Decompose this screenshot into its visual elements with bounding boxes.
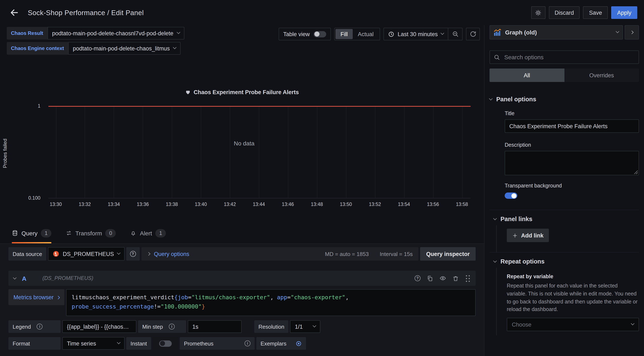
swap-arrows-icon (66, 230, 72, 236)
y-axis-label: Probes failed (2, 120, 8, 187)
x-tick-label: 13:48 (311, 202, 323, 207)
gridline (259, 106, 259, 198)
exemplars-ring-icon[interactable] (296, 340, 302, 347)
options-filter-tabs: All Overrides (490, 68, 639, 82)
x-tick-label: 13:38 (166, 202, 178, 207)
query-expression[interactable]: litmuschaos_experiment_verdict{job="litm… (66, 289, 476, 316)
repeat-options-section: Repeat options Repeat by variable Repeat… (490, 255, 639, 336)
discard-button[interactable]: Discard (549, 6, 580, 19)
instant-toggle[interactable] (159, 340, 172, 347)
repeat-options-header[interactable]: Repeat options (494, 255, 639, 268)
gear-icon (534, 9, 542, 16)
chevron-down-icon (489, 97, 493, 100)
panel-settings-button[interactable] (531, 6, 545, 19)
repeat-by-variable-label: Repeat by variable (507, 274, 639, 280)
format-select[interactable]: Time series (62, 337, 124, 350)
repeat-variable-select[interactable]: Choose (507, 318, 639, 331)
query-inspector-button[interactable]: Query inspector (420, 247, 476, 261)
datasource-label: Data source (8, 247, 46, 261)
plus-icon (512, 233, 518, 238)
x-tick-label: 13:58 (456, 202, 468, 207)
question-circle-icon: ? (130, 251, 136, 257)
panel-links-header[interactable]: Panel links (494, 213, 639, 225)
visualization-row: Graph (old) (490, 25, 639, 39)
magnifier-minus-icon (452, 31, 458, 37)
refresh-button[interactable] (466, 28, 480, 40)
x-tick-label: 13:44 (253, 202, 265, 207)
fill-button[interactable]: Fill (336, 29, 353, 39)
info-circle-icon[interactable]: i (37, 324, 43, 330)
prometheus-icon (52, 250, 59, 257)
resolution-field-label: Resolution (254, 320, 288, 333)
gridline (375, 106, 375, 198)
options-sidebar: Graph (old) All Overrides Panel opt (484, 25, 644, 356)
datasource-picker[interactable]: DS_PROMETHEUS (48, 247, 124, 261)
min-step-input[interactable] (188, 320, 242, 333)
x-tick-label: 13:32 (79, 202, 91, 207)
metrics-browser-button[interactable]: Metrics browser (8, 289, 64, 305)
gridline (201, 106, 201, 198)
threshold-line-series (48, 106, 470, 107)
x-tick-label: 13:36 (137, 202, 149, 207)
apply-button[interactable]: Apply (611, 6, 637, 19)
y-tick-label: 0.100 (15, 195, 40, 200)
x-tick-label: 13:46 (282, 202, 294, 207)
eye-icon[interactable] (440, 275, 446, 282)
trash-icon[interactable] (452, 275, 459, 281)
visualization-expand-button[interactable] (625, 25, 639, 39)
display-header[interactable]: Display (490, 355, 639, 356)
page-title: Sock-Shop Performance / Edit Panel (28, 9, 144, 17)
zoom-out-button[interactable] (448, 28, 462, 40)
save-button[interactable]: Save (583, 6, 608, 19)
arrow-left-icon (10, 8, 19, 17)
tab-alert[interactable]: Alert 1 (130, 223, 166, 243)
clock-icon (388, 31, 394, 37)
options-search[interactable] (490, 50, 639, 64)
max-datapoints-info: MD = auto = 1853 (325, 251, 369, 257)
variable-label: Chaos Engine context (7, 42, 68, 55)
instant-toggle-cell (153, 337, 178, 350)
tab-transform[interactable]: Transform 0 (66, 223, 116, 243)
spacer (243, 320, 252, 333)
query-row-header[interactable]: A (DS_PROMETHEUS) ? (8, 271, 476, 286)
section-divider (490, 210, 639, 210)
query-options-summary: MD = auto = 1853 Interval = 15s (325, 251, 413, 257)
query-options-bar: Query options MD = auto = 1853 Interval … (141, 247, 418, 261)
options-search-input[interactable] (504, 53, 635, 61)
tab-query[interactable]: Query 1 (12, 223, 51, 243)
format-field-label: Format (8, 337, 60, 350)
visualization-picker[interactable]: Graph (old) (490, 25, 623, 39)
search-icon (494, 54, 500, 60)
prometheus-type-label: Prometheus i (180, 337, 255, 350)
panel-options-header[interactable]: Panel options (490, 93, 639, 106)
table-view-toggle[interactable] (314, 31, 326, 37)
transparent-background-label: Transparent background (505, 183, 639, 189)
datasource-help-button[interactable]: ? (126, 247, 140, 261)
section-divider (490, 252, 639, 253)
panel-title-input[interactable] (505, 119, 639, 133)
actual-button[interactable]: Actual (353, 29, 378, 39)
copy-icon[interactable] (427, 275, 433, 281)
back-button[interactable] (7, 5, 22, 20)
transparent-background-toggle[interactable] (505, 192, 517, 199)
drag-handle-icon[interactable] (465, 274, 470, 282)
legend-input[interactable] (62, 320, 136, 333)
help-icon[interactable]: ? (414, 275, 420, 281)
gridline (114, 106, 114, 198)
description-textarea[interactable] (505, 151, 639, 175)
query-options-label: Query options (154, 251, 189, 257)
chart-plot[interactable]: No data (48, 106, 470, 198)
x-tick-label: 13:34 (108, 202, 120, 207)
variable-value-dropdown[interactable]: podtato-main-pod-delete-chaos_litmus (68, 42, 181, 55)
add-link-button[interactable]: Add link (507, 229, 549, 242)
tab-overrides[interactable]: Overrides (564, 68, 639, 82)
datasource-row: Data source DS_PROMETHEUS ? (8, 247, 476, 261)
resolution-select[interactable]: 1/1 (290, 320, 320, 333)
variable-value-dropdown[interactable]: podtato-main-pod-delete-chaosnl7vd-pod-d… (47, 27, 184, 39)
query-options-toggle[interactable]: Query options (147, 251, 189, 257)
info-circle-icon[interactable]: i (169, 324, 175, 330)
info-circle-icon[interactable]: i (244, 341, 250, 346)
tab-all[interactable]: All (490, 68, 564, 82)
time-range-button[interactable]: Last 30 minutes (384, 28, 448, 40)
title-label: Title (505, 111, 639, 116)
